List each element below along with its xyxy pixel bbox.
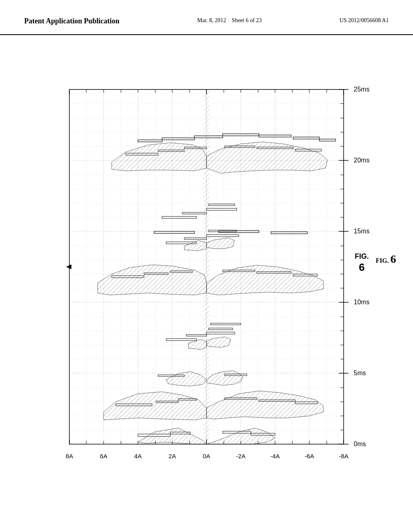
x-label-neg6A: -6A (305, 453, 314, 459)
x-label-neg2A: -2A (236, 453, 245, 459)
figure-6-chart: 0ms 5ms 10ms 15ms 20ms 25ms 8A 6A 4A 2A … (41, 81, 372, 476)
pub-date: Mar. 8, 2012 (197, 17, 226, 23)
fig-label-text: FIG. (355, 252, 369, 260)
y-label-0ms: 0ms (354, 441, 366, 447)
y-label-5ms: 5ms (354, 370, 366, 376)
fig-number: 6 (359, 261, 365, 273)
svg-rect-103 (204, 89, 209, 444)
svg-marker-41 (66, 264, 71, 269)
publication-title: Patent Application Publication (24, 16, 119, 26)
x-label-0A: 0A (203, 453, 210, 459)
x-label-neg4A: -4A (270, 453, 280, 459)
x-label-neg8A: -8A (339, 453, 348, 459)
chart-wrapper: FIG. 6 (41, 81, 372, 476)
figure-label: FIG. 6 (376, 253, 396, 266)
main-content: FIG. 6 (0, 35, 413, 515)
y-label-25ms: 25ms (354, 86, 369, 93)
x-label-2A: 2A (169, 453, 176, 459)
x-label-8A: 8A (66, 453, 73, 459)
x-label-6A: 6A (100, 453, 107, 459)
y-label-20ms: 20ms (354, 157, 369, 164)
page-header: Patent Application Publication Mar. 8, 2… (0, 0, 413, 35)
sheet-info: Sheet 6 of 23 (232, 17, 262, 23)
publication-date-sheet: Mar. 8, 2012 Sheet 6 of 23 (197, 16, 262, 25)
x-label-4A: 4A (134, 453, 142, 459)
y-label-15ms: 15ms (354, 228, 369, 235)
y-label-10ms: 10ms (354, 299, 369, 305)
patent-number: US 2012/0056608 A1 (340, 16, 389, 25)
